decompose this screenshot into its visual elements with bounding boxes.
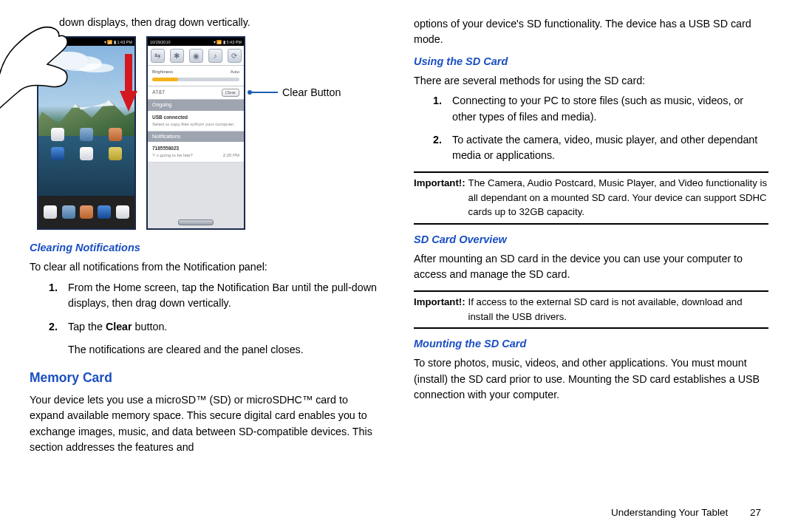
sms-notification-item: 7185558023 Y u going to be late? 2:20 PM xyxy=(148,142,244,163)
list-item: 2.To activate the camera, video, music p… xyxy=(433,132,768,164)
important-text: The Camera, Audio Postcard, Music Player… xyxy=(468,176,768,219)
callout-leader-line xyxy=(250,92,278,93)
status-date: 10/29/2010 xyxy=(150,39,171,45)
important-text: If access to the external SD card is not… xyxy=(468,295,768,324)
heading-sd-overview: SD Card Overview xyxy=(414,232,768,248)
right-column: options of your device's SD functionalit… xyxy=(414,15,768,519)
brightness-slider xyxy=(152,78,239,81)
heading-memory-card: Memory Card xyxy=(30,368,384,387)
callout-label: Clear Button xyxy=(282,85,341,100)
list-item: 1.From the Home screen, tap the Notifica… xyxy=(49,280,384,312)
clearing-result: The notifications are cleared and the pa… xyxy=(68,342,384,358)
usb-subtitle: Select to copy files to/from your comput… xyxy=(152,121,239,128)
home-app-icon xyxy=(109,128,122,141)
important-note-2: Important!: If access to the external SD… xyxy=(414,290,768,330)
sd-overview-paragraph: After mounting an SD card in the device … xyxy=(414,251,768,283)
important-label: Important!: xyxy=(414,295,468,324)
rotate-toggle-icon: ⟳ xyxy=(228,49,242,63)
context-continuation: down displays, then drag down vertically… xyxy=(59,15,384,30)
page-footer: Understanding Your Tablet 27 xyxy=(611,505,761,520)
brightness-row: Brightness Auto xyxy=(148,66,244,86)
mock-phone-notifications: 10/29/2010 ▾ 📶 ▮ 5:43 PM ⇆ ✱ ◉ ♪ ⟳ Brigh… xyxy=(146,36,245,230)
usb-title: USB connected xyxy=(152,114,239,121)
brightness-label: Brightness xyxy=(152,69,173,74)
step-text: Connecting to your PC to store files (su… xyxy=(452,95,743,122)
clear-button-mock: Clear xyxy=(222,89,239,97)
step-text: From the Home screen, tap the Notificati… xyxy=(68,282,377,309)
dock-icon xyxy=(62,205,75,219)
svg-marker-1 xyxy=(120,91,137,112)
heading-mounting-sd: Mounting the SD Card xyxy=(414,336,768,352)
home-app-icon xyxy=(109,147,122,160)
dock-icon xyxy=(80,205,93,219)
step-text: Tap the Clear button. xyxy=(68,321,167,332)
section-notifications: Notifications xyxy=(148,132,244,143)
home-app-icon xyxy=(80,128,93,141)
status-bar: 10/29/2010 ▾ 📶 ▮ 5:43 PM xyxy=(148,38,244,46)
bluetooth-toggle-icon: ✱ xyxy=(170,49,184,63)
clearing-steps-list: 1.From the Home screen, tap the Notifica… xyxy=(49,280,384,358)
carrier-row: AT&T Clear xyxy=(148,86,244,100)
arrow-down-icon xyxy=(120,54,137,113)
home-app-icon xyxy=(80,147,93,160)
wifi-toggle-icon: ⇆ xyxy=(151,49,165,63)
quick-toggle-row: ⇆ ✱ ◉ ♪ ⟳ xyxy=(148,46,244,66)
footer-chapter: Understanding Your Tablet xyxy=(611,507,728,518)
dock-icon xyxy=(116,205,129,219)
manual-page: down displays, then drag down vertically… xyxy=(0,0,798,532)
heading-clearing-notifications: Clearing Notifications xyxy=(30,240,384,256)
sms-preview: Y u going to be late? xyxy=(152,152,193,159)
dock-icon xyxy=(98,205,111,219)
mock-phone-home: 10/29/2010 ▾ 📶 ▮ 1:43 PM xyxy=(37,36,136,230)
auto-brightness-label: Auto xyxy=(231,69,239,75)
heading-using-sd: Using the SD Card xyxy=(414,54,768,70)
clearing-intro: To clear all notifications from the Noti… xyxy=(30,259,384,275)
sms-time: 2:20 PM xyxy=(223,152,239,159)
illustration-notification-drag: 10/29/2010 ▾ 📶 ▮ 1:43 PM xyxy=(37,36,384,230)
using-sd-intro: There are several methods for using the … xyxy=(414,73,768,89)
important-label: Important!: xyxy=(414,176,468,219)
home-app-icon xyxy=(51,128,64,141)
gps-toggle-icon: ◉ xyxy=(189,49,203,63)
usb-connected-item: USB connected Select to copy files to/fr… xyxy=(148,111,244,132)
left-column: down displays, then drag down vertically… xyxy=(30,15,384,519)
step-text: To activate the camera, video, music pla… xyxy=(452,134,757,161)
status-bar: 10/29/2010 ▾ 📶 ▮ 1:43 PM xyxy=(38,38,134,46)
important-note-1: Important!: The Camera, Audio Postcard, … xyxy=(414,171,768,225)
panel-drag-handle xyxy=(178,219,214,225)
list-item: 2.Tap the Clear button. The notification… xyxy=(49,319,384,358)
section-ongoing: Ongoing xyxy=(148,100,244,111)
list-item: 1.Connecting to your PC to store files (… xyxy=(433,93,768,125)
footer-page-number: 27 xyxy=(750,507,761,518)
sound-toggle-icon: ♪ xyxy=(208,49,222,63)
svg-rect-0 xyxy=(125,54,132,92)
right-continuation: options of your device's SD functionalit… xyxy=(414,16,768,48)
using-sd-steps-list: 1.Connecting to your PC to store files (… xyxy=(433,93,768,164)
memory-card-paragraph: Your device lets you use a microSD™ (SD)… xyxy=(30,392,384,456)
dock-icon xyxy=(44,205,57,219)
status-date: 10/29/2010 xyxy=(41,39,61,45)
mounting-paragraph: To store photos, music, videos, and othe… xyxy=(414,355,768,403)
carrier-name: AT&T xyxy=(152,89,165,97)
callout-clear-button: Clear Button xyxy=(250,126,341,141)
status-indicators: ▾ 📶 ▮ 1:43 PM xyxy=(104,39,132,45)
status-indicators: ▾ 📶 ▮ 5:43 PM xyxy=(214,39,242,45)
home-app-icon xyxy=(51,147,64,160)
dock xyxy=(38,196,134,228)
sms-number: 7185558023 xyxy=(152,145,239,152)
